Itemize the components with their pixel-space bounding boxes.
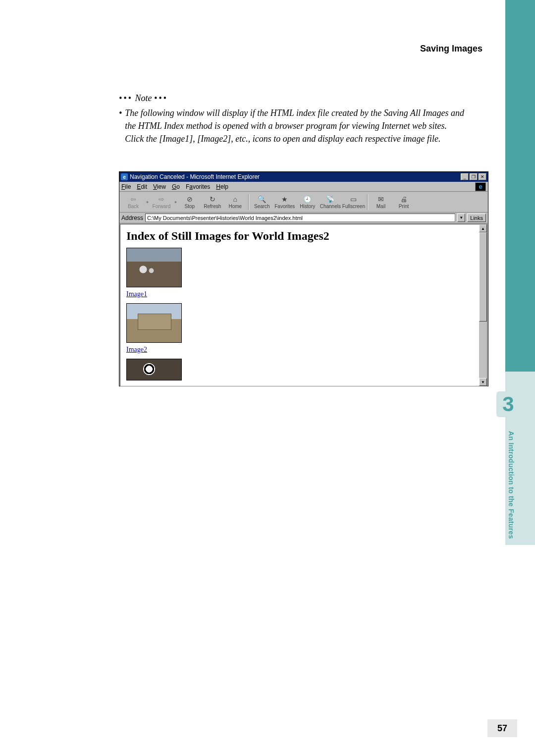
refresh-icon: ↻ <box>208 195 217 204</box>
history-label: History <box>300 204 315 209</box>
close-button[interactable]: ✕ <box>479 173 486 180</box>
address-dropdown[interactable]: ▼ <box>457 214 465 222</box>
menu-go[interactable]: Go <box>172 183 180 190</box>
thumbnail-image1[interactable] <box>126 248 182 287</box>
history-button[interactable]: 🕘 History <box>297 193 319 212</box>
menu-help[interactable]: Help <box>216 183 228 190</box>
side-band <box>485 0 535 756</box>
toolbar-separator <box>248 194 249 210</box>
page-title: Saving Images <box>420 44 482 54</box>
note-body: • The following window will display if t… <box>119 107 466 145</box>
page-heading: Index of Still Images for World Images2 <box>126 229 481 243</box>
thumbnail-image3[interactable] <box>126 359 182 380</box>
search-button[interactable]: 🔍 Search <box>251 193 273 212</box>
thumbnail-image2[interactable] <box>126 303 182 343</box>
mail-icon: ✉ <box>376 195 386 204</box>
browser-window: e Navigation Canceled - Microsoft Intern… <box>119 171 488 386</box>
note-block: ••• Note ••• • The following window will… <box>119 92 466 145</box>
fullscreen-icon: ▭ <box>349 195 359 204</box>
side-band-dark <box>505 0 535 372</box>
addressbar: Address C:\My Documents\Presenter\Histor… <box>119 213 488 223</box>
ie-logo: e <box>475 182 486 191</box>
scroll-thumb[interactable] <box>479 232 487 322</box>
channels-label: Channels <box>320 204 341 209</box>
toolbar-separator-2 <box>367 194 368 210</box>
manual-page: Saving Images ••• Note ••• • The followi… <box>0 0 535 756</box>
titlebar: e Navigation Canceled - Microsoft Intern… <box>119 172 488 182</box>
menu-favorites[interactable]: Favorites <box>186 183 210 190</box>
fullscreen-label: Fullscreen <box>342 204 365 209</box>
note-dots-left: ••• <box>119 93 133 103</box>
toolbar-dot-2: • <box>173 198 178 206</box>
search-label: Search <box>254 204 270 209</box>
scroll-down-button[interactable]: ▼ <box>479 378 487 386</box>
channels-button[interactable]: 📡 Channels <box>320 193 341 212</box>
fullscreen-button[interactable]: ▭ Fullscreen <box>342 193 365 212</box>
home-icon: ⌂ <box>230 195 240 204</box>
titlebar-left: e Navigation Canceled - Microsoft Intern… <box>121 173 260 180</box>
back-label: Back <box>128 204 139 209</box>
channels-icon: 📡 <box>325 195 335 204</box>
refresh-label: Refresh <box>204 204 221 209</box>
stop-icon: ⊘ <box>185 195 195 204</box>
menu-file[interactable]: File <box>121 183 131 190</box>
note-bullet: • <box>119 107 122 145</box>
back-icon: ⇦ <box>128 195 138 204</box>
print-icon: 🖨 <box>399 195 409 204</box>
mail-button[interactable]: ✉ Mail <box>370 193 392 212</box>
chapter-title: An Introduction to the Features <box>507 431 515 539</box>
note-heading: ••• Note ••• <box>119 92 466 105</box>
maximize-button[interactable]: ❐ <box>470 173 478 180</box>
toolbar: ⇦ Back • ⇨ Forward • ⊘ Stop ↻ Refresh ⌂ … <box>119 192 488 213</box>
note-text: The following window will display if the… <box>125 107 466 145</box>
window-title: Navigation Canceled - Microsoft Internet… <box>130 173 260 180</box>
chapter-number: 3 <box>502 392 514 416</box>
menu-view[interactable]: View <box>153 183 166 190</box>
link-image1[interactable]: Image1 <box>126 290 481 298</box>
refresh-button[interactable]: ↻ Refresh <box>202 193 223 212</box>
favorites-button[interactable]: ★ Favorites <box>274 193 296 212</box>
rendered-page: Index of Still Images for World Images2 … <box>120 224 487 385</box>
home-button[interactable]: ⌂ Home <box>224 193 246 212</box>
stop-button[interactable]: ⊘ Stop <box>179 193 201 212</box>
links-button[interactable]: Links <box>467 214 486 222</box>
home-label: Home <box>228 204 242 209</box>
menubar: File Edit View Go Favorites Help e <box>119 182 488 192</box>
favorites-icon: ★ <box>280 195 290 204</box>
content-area: Index of Still Images for World Images2 … <box>120 224 487 386</box>
mail-label: Mail <box>376 204 385 209</box>
forward-label: Forward <box>153 204 171 209</box>
favorites-label: Favorites <box>274 204 295 209</box>
address-input[interactable]: C:\My Documents\Presenter\Histories\Worl… <box>145 214 455 222</box>
address-label: Address <box>121 215 143 221</box>
window-controls: _ ❐ ✕ <box>461 173 486 180</box>
minimize-button[interactable]: _ <box>461 173 469 180</box>
link-image2[interactable]: Image2 <box>126 346 481 354</box>
page-number: 57 <box>487 719 517 737</box>
note-word: Note <box>135 93 152 103</box>
history-icon: 🕘 <box>303 195 313 204</box>
chapter-tab: 3 <box>496 391 520 417</box>
search-icon: 🔍 <box>257 195 267 204</box>
print-button[interactable]: 🖨 Print <box>393 193 415 212</box>
note-dots-right: ••• <box>154 93 168 103</box>
vertical-scrollbar[interactable]: ▲ ▼ <box>479 224 487 386</box>
ie-icon: e <box>121 173 128 180</box>
back-button[interactable]: ⇦ Back <box>122 193 144 212</box>
toolbar-dot: • <box>145 198 150 206</box>
forward-button[interactable]: ⇨ Forward <box>151 193 172 212</box>
scroll-up-button[interactable]: ▲ <box>479 224 487 232</box>
forward-icon: ⇨ <box>157 195 166 204</box>
stop-label: Stop <box>185 204 195 209</box>
menu-edit[interactable]: Edit <box>137 183 147 190</box>
print-label: Print <box>399 204 409 209</box>
